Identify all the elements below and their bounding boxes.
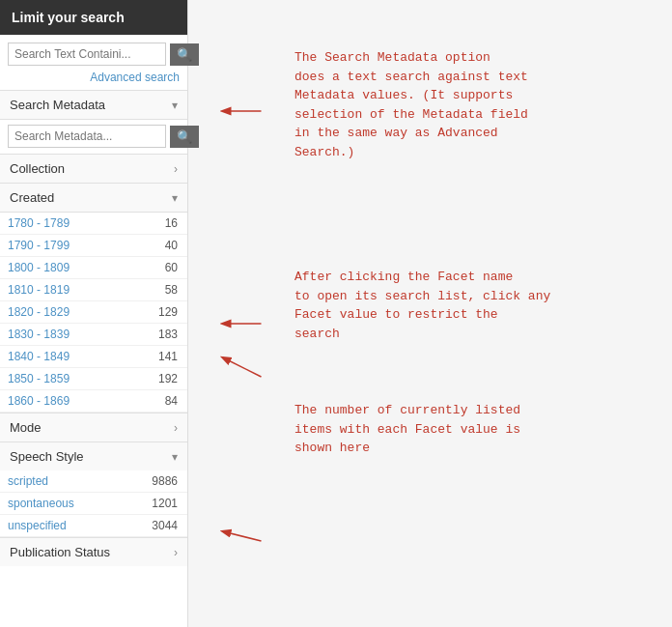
search-metadata-chevron: ▾ [172, 99, 178, 112]
speech-style-label: Speech Style [10, 449, 84, 464]
facet-range-label: 1780 - 1789 [8, 216, 70, 230]
publication-status-chevron: › [174, 546, 178, 559]
speech-facet-item: unspecified3044 [0, 515, 187, 537]
speech-style-chevron: ▾ [172, 450, 178, 464]
speech-style-facet-list: scripted9886spontaneous1201unspecified30… [0, 470, 187, 537]
facet-count: 84 [165, 394, 178, 408]
search-text-input[interactable] [8, 43, 166, 66]
facet-range-label: 1850 - 1859 [8, 372, 70, 385]
metadata-search-row: 🔍 [0, 119, 187, 154]
facet-count: 129 [158, 305, 178, 319]
facet-count: 183 [158, 328, 178, 341]
facet-range-label: 1820 - 1829 [8, 305, 70, 319]
facet-range-label: 1830 - 1839 [8, 328, 70, 341]
facet-count: 16 [165, 216, 178, 230]
search-metadata-header[interactable]: Search Metadata ▾ [0, 90, 187, 119]
panel-title: Limit your search [0, 0, 187, 35]
created-label: Created [10, 190, 54, 205]
speech-facet-label[interactable]: spontaneous [8, 497, 74, 510]
facet-count: 60 [165, 261, 178, 274]
collection-header[interactable]: Collection › [0, 154, 187, 183]
mode-header[interactable]: Mode › [0, 413, 187, 442]
speech-facet-count: 3044 [152, 519, 178, 532]
facet-item[interactable]: 1780 - 178916 [0, 213, 187, 235]
speech-facet-item: spontaneous1201 [0, 493, 187, 515]
publication-status-label: Publication Status [10, 545, 110, 559]
speech-facet-count: 1201 [152, 497, 178, 510]
advanced-search-link-container: Advanced search [0, 70, 187, 90]
facet-item[interactable]: 1820 - 1829129 [0, 301, 187, 324]
collection-chevron: › [174, 162, 178, 176]
speech-style-header[interactable]: Speech Style ▾ [0, 442, 187, 470]
annotation-2: After clicking the Facet name to open it… [294, 268, 594, 343]
publication-status-header[interactable]: Publication Status › [0, 537, 187, 566]
facet-range-label: 1800 - 1809 [8, 261, 70, 274]
facet-item[interactable]: 1790 - 179940 [0, 235, 187, 257]
facet-item[interactable]: 1810 - 181958 [0, 279, 187, 301]
limit-search-panel: Limit your search 🔍 Advanced search Sear… [0, 0, 188, 627]
annotation-1-text: The Search Metadata option does a text s… [294, 48, 594, 161]
facet-count: 141 [158, 350, 178, 363]
facet-item[interactable]: 1850 - 1859192 [0, 368, 187, 390]
annotation-3-text: The number of currently listed items wit… [294, 401, 594, 458]
facet-count: 40 [165, 239, 178, 252]
facet-range-label: 1810 - 1819 [8, 283, 70, 297]
facet-range-label: 1790 - 1799 [8, 239, 70, 252]
facet-item[interactable]: 1860 - 186984 [0, 390, 187, 413]
metadata-search-input[interactable] [8, 125, 166, 148]
created-chevron: ▾ [172, 191, 178, 205]
mode-chevron: › [174, 421, 178, 435]
facet-count: 192 [158, 372, 178, 385]
collection-label: Collection [10, 161, 65, 176]
mode-label: Mode [10, 420, 42, 435]
created-facet-list: 1780 - 1789161790 - 1799401800 - 1809601… [0, 212, 187, 413]
annotation-1: The Search Metadata option does a text s… [294, 48, 594, 161]
facet-item[interactable]: 1800 - 180960 [0, 257, 187, 279]
annotation-3: The number of currently listed items wit… [294, 401, 594, 458]
speech-facet-label[interactable]: scripted [8, 474, 48, 488]
facet-count: 58 [165, 283, 178, 297]
annotation-2-text: After clicking the Facet name to open it… [294, 268, 594, 343]
speech-facet-label[interactable]: unspecified [8, 519, 67, 532]
annotation-area: The Search Metadata option does a text s… [188, 0, 672, 627]
speech-facet-item: scripted9886 [0, 470, 187, 493]
facet-range-label: 1860 - 1869 [8, 394, 70, 408]
search-text-row: 🔍 [0, 35, 187, 70]
search-metadata-label: Search Metadata [10, 98, 105, 112]
facet-item[interactable]: 1830 - 1839183 [0, 324, 187, 346]
speech-facet-count: 9886 [152, 474, 178, 488]
facet-item[interactable]: 1840 - 1849141 [0, 346, 187, 368]
panel-title-text: Limit your search [12, 10, 125, 25]
created-header[interactable]: Created ▾ [0, 183, 187, 212]
advanced-search-link[interactable]: Advanced search [90, 71, 180, 84]
facet-range-label: 1840 - 1849 [8, 350, 70, 363]
